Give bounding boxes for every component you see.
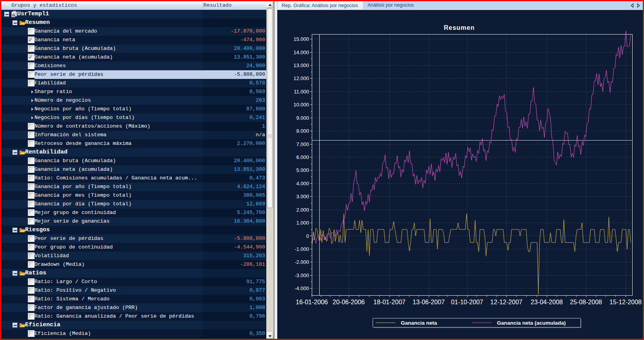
svg-text:-1.000: -1.000 bbox=[295, 246, 309, 252]
svg-text:25-08-2008: 25-08-2008 bbox=[570, 299, 602, 305]
svg-text:1.000: 1.000 bbox=[296, 220, 309, 226]
svg-text:Ganancia neta (acumulada): Ganancia neta (acumulada) bbox=[497, 320, 566, 326]
svg-text:Resumen: Resumen bbox=[444, 24, 475, 31]
svg-text:6.000: 6.000 bbox=[296, 154, 309, 160]
svg-text:8.000: 8.000 bbox=[296, 128, 309, 134]
svg-text:10.000: 10.000 bbox=[293, 102, 309, 108]
svg-text:3.000: 3.000 bbox=[296, 194, 309, 199]
svg-text:13.000: 13.000 bbox=[293, 62, 309, 68]
svg-text:-2.000: -2.000 bbox=[295, 259, 309, 265]
svg-text:11.000: 11.000 bbox=[294, 89, 309, 95]
svg-text:-3.000: -3.000 bbox=[295, 272, 309, 278]
svg-text:4.000: 4.000 bbox=[296, 181, 309, 186]
svg-text:2.000: 2.000 bbox=[296, 207, 309, 213]
svg-text:Ganancia neta: Ganancia neta bbox=[401, 320, 437, 326]
svg-text:12-12-2007: 12-12-2007 bbox=[490, 299, 522, 305]
svg-text:18-01-2007: 18-01-2007 bbox=[373, 299, 406, 305]
svg-text:5.000: 5.000 bbox=[296, 167, 309, 173]
svg-text:15-12-2008: 15-12-2008 bbox=[609, 299, 642, 305]
svg-text:9.000: 9.000 bbox=[296, 115, 309, 121]
svg-text:14.000: 14.000 bbox=[293, 49, 309, 55]
svg-text:13-06-2007: 13-06-2007 bbox=[413, 299, 445, 305]
svg-text:20-06-2006: 20-06-2006 bbox=[333, 299, 365, 305]
svg-text:0: 0 bbox=[306, 233, 309, 239]
svg-text:12.000: 12.000 bbox=[293, 75, 309, 81]
svg-text:23-04-2008: 23-04-2008 bbox=[531, 299, 563, 305]
svg-text:01-10-2007: 01-10-2007 bbox=[451, 299, 483, 305]
svg-text:15.000: 15.000 bbox=[293, 36, 309, 42]
svg-text:16-01-2006: 16-01-2006 bbox=[296, 299, 328, 305]
svg-text:7.000: 7.000 bbox=[296, 141, 309, 147]
svg-text:-4.000: -4.000 bbox=[295, 285, 309, 291]
